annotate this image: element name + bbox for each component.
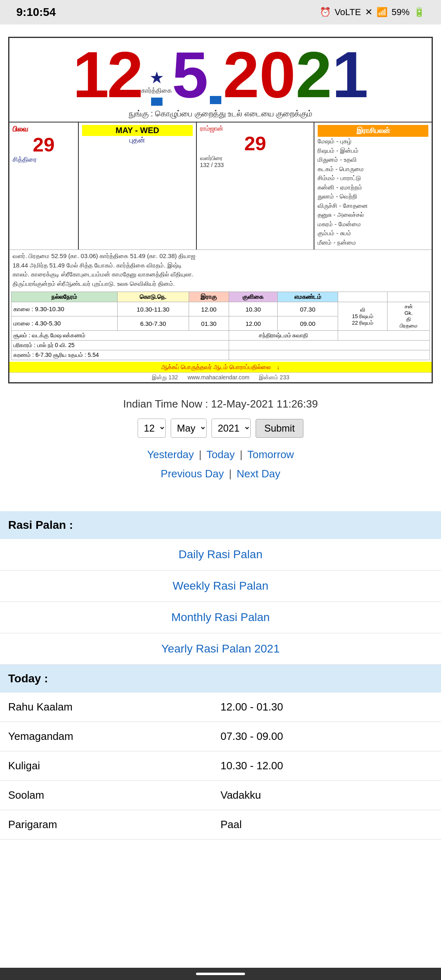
bottom-indicator — [196, 973, 245, 975]
tamil-month-label: பிலவ — [13, 125, 75, 134]
indu-left: இன்று 132 — [152, 374, 178, 381]
daily-rasi-link[interactable]: Daily Rasi Palan — [178, 548, 262, 561]
panchangam-section: வளர். பிரதமை 52.59 (கா. 03.06) கார்த்திக… — [9, 249, 432, 290]
today-link[interactable]: Today — [207, 448, 235, 461]
year-2: 2 — [296, 42, 332, 107]
yemagandam-value: 07.30 - 09.00 — [220, 730, 433, 743]
timings-table: நல்லநேரம் கொடு.நெ. இராகு குளிகை எமகண்டம்… — [11, 292, 430, 360]
indu-right: இன்னம் 233 — [259, 374, 289, 381]
ramzan-label: ராம்ஜான் — [200, 125, 311, 132]
status-icons: ⏰ VoLTE ✕ 📶 59% 🔋 — [320, 7, 425, 18]
kuligai-value: 10.30 - 12.00 — [220, 760, 433, 772]
network-icon: ✕ — [365, 7, 372, 18]
down-arrow-icon: ↓ — [277, 363, 280, 370]
month-select[interactable]: May — [171, 419, 207, 438]
second-separator — [208, 45, 223, 104]
day-select[interactable]: 12 — [138, 419, 166, 438]
soolam-row: Soolam Vadakku — [0, 781, 441, 810]
kuligai-label: Kuligai — [8, 760, 220, 772]
monthly-rasi-row: Monthly Rasi Palan — [0, 602, 441, 633]
karthigai-label: கார்த்திகை — [141, 87, 172, 94]
tamil-day-number: 29 — [13, 134, 75, 156]
year-20: 20 — [223, 42, 296, 107]
dash-blue-2 — [210, 96, 221, 104]
date-selectors: 12 May 2021 Submit — [0, 414, 441, 442]
ramzan-number: 29 — [200, 132, 311, 155]
tamil-month-cell: பிலவ 29 சித்திரை — [9, 122, 79, 249]
battery-icon: 🔋 — [414, 7, 425, 18]
monthly-rasi-link[interactable]: Monthly Rasi Palan — [171, 611, 270, 624]
first-separator: ★ கார்த்திகை — [141, 44, 172, 106]
may-wed-cell: MAY - WED புதன் — [79, 122, 197, 249]
dash-blue-1 — [151, 98, 163, 106]
info-row: பிலவ 29 சித்திரை MAY - WED புதன் ராம்ஜான… — [9, 122, 432, 249]
parigaram-label: Parigaram — [8, 818, 220, 831]
status-bar: 9:10:54 ⏰ VoLTE ✕ 📶 59% 🔋 — [0, 0, 441, 24]
signal-icon: VoLTE — [335, 7, 361, 18]
timings-section: நல்லநேரம் கொடு.நெ. இராகு குளிகை எமகண்டம்… — [9, 290, 432, 362]
tamil-sub-label: சித்திரை — [13, 156, 75, 163]
rahu-kaalam-value: 12.00 - 01.30 — [220, 701, 433, 713]
kuligai-row: Kuligai 10.30 - 12.00 — [0, 751, 441, 781]
battery-text: 59% — [392, 7, 410, 18]
indian-time: Indian Time Now : 12-May-2021 11:26:39 — [0, 392, 441, 414]
tomorrow-link[interactable]: Tomorrow — [247, 448, 294, 461]
buthan-label: புதன் — [82, 136, 193, 145]
soolam-label: Soolam — [8, 789, 220, 802]
parigaram-row: Parigaram Paal — [0, 810, 441, 840]
yearly-rasi-link[interactable]: Yearly Rasi Palan 2021 — [161, 642, 280, 655]
yemagandam-row: Yemagandam 07.30 - 09.00 — [0, 722, 441, 751]
nav-row-2: Previous Day | Next Day — [4, 464, 437, 483]
previous-day-link[interactable]: Previous Day — [161, 468, 224, 480]
next-day-link[interactable]: Next Day — [236, 468, 280, 480]
parigaram-value: Paal — [220, 818, 433, 831]
rasi-header: இராசிபலன் — [318, 125, 428, 137]
panchangam-line2: 18.44 அமிர்த 51.49 மேல் சித்த யோகம். கார… — [13, 261, 428, 270]
yellow-footer: ஆக்கப் பொருத்தவர் ஆடம் பொராப்பதில்லை ↓ — [9, 362, 432, 372]
status-time: 9:10:54 — [16, 6, 56, 19]
rasi-cell: இராசிபலன் மேஷம் - புகழ் ரிஷபம் - இன்பம் … — [314, 122, 432, 249]
weekly-rasi-link[interactable]: Weekly Rasi Palan — [173, 579, 268, 592]
website-footer: இன்று 132 www.mahacalendar.com இன்னம் 23… — [9, 372, 432, 382]
bars-icon: 📶 — [376, 7, 388, 18]
rasi-items: மேஷம் - புகழ் ரிஷபம் - இன்பம் மிதுனம் - … — [318, 137, 428, 247]
rahu-kaalam-label: Rahu Kaalam — [8, 701, 220, 713]
submit-button[interactable]: Submit — [256, 419, 303, 438]
bottom-nav-bar — [0, 968, 441, 980]
date-day: 12 — [73, 42, 141, 107]
year-select[interactable]: 2021 — [212, 419, 251, 438]
alarm-icon: ⏰ — [320, 7, 331, 18]
yemagandam-label: Yemagandam — [8, 730, 220, 743]
ramzan-cell: ராம்ஜான் 29 வளர்பிரை 132 / 233 — [197, 122, 315, 249]
panchangam-line3: காலம். காரைக்குடி ஸ்ரீகோபுடையம்மன் காமதே… — [13, 270, 428, 279]
daily-rasi-row: Daily Rasi Palan — [0, 539, 441, 570]
year-display: 20 2 1 — [223, 42, 368, 107]
may-wed-box: MAY - WED — [82, 125, 193, 136]
date-display-row: 12 ★ கார்த்திகை 5 20 2 1 — [9, 38, 432, 107]
soolam-value: Vadakku — [220, 789, 433, 802]
website-text: www.mahacalendar.com — [187, 374, 249, 381]
nav-row-1: Yesterday | Today | Tomorrow — [4, 445, 437, 464]
yearly-rasi-row: Yearly Rasi Palan 2021 — [0, 633, 441, 665]
weekly-rasi-row: Weekly Rasi Palan — [0, 570, 441, 602]
yellow-footer-text: ஆக்கப் பொருத்தவர் ஆடம் பொராப்பதில்லை — [161, 363, 271, 370]
valar-label: வளர்பிரை — [200, 155, 311, 162]
panchangam-line1: வளர். பிரதமை 52.59 (கா. 03.06) கார்த்திக… — [13, 252, 428, 261]
rahu-kaalam-row: Rahu Kaalam 12.00 - 01.30 — [0, 693, 441, 722]
star-icon: ★ — [149, 68, 164, 87]
spacer — [0, 487, 441, 499]
year-1: 1 — [332, 42, 368, 107]
rasi-palan-header: Rasi Palan : — [0, 511, 441, 539]
nav-links: Yesterday | Today | Tomorrow Previous Da… — [0, 442, 441, 487]
calendar-card: 12 ★ கார்த்திகை 5 20 2 1 நுங்கு — [8, 37, 433, 383]
fraction: 132 / 233 — [200, 162, 311, 168]
today-header: Today : — [0, 665, 441, 693]
date-month: 5 — [172, 42, 208, 107]
panchangam-line4: திருப்பரங்குன்றம் ஸ்ரீஆண்டவர் புறப்பாடு.… — [13, 279, 428, 289]
yesterday-link[interactable]: Yesterday — [147, 448, 194, 461]
